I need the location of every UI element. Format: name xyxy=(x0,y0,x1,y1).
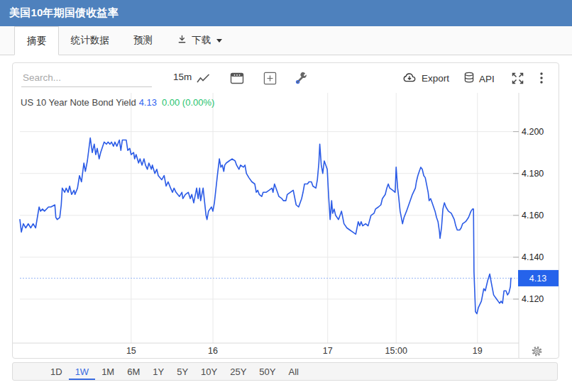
x-tick-label: 16 xyxy=(208,346,218,356)
compare-add-button[interactable] xyxy=(263,72,277,87)
y-tick-label: 4.120 xyxy=(522,294,544,304)
x-tick-label: 15:00 xyxy=(385,346,407,356)
cloud-download-icon xyxy=(402,72,417,85)
y-tick-label: 4.180 xyxy=(522,169,544,179)
kebab-menu-icon xyxy=(539,72,544,86)
x-tick-label: 19 xyxy=(473,346,483,356)
range-50y[interactable]: 50Y xyxy=(253,363,282,380)
fullscreen-button[interactable] xyxy=(511,72,524,87)
wrench-icon xyxy=(295,72,307,86)
tab-statistics[interactable]: 统计数据 xyxy=(59,26,121,55)
range-10y[interactable]: 10Y xyxy=(194,363,224,380)
current-value-badge-label: 4.13 xyxy=(529,274,546,284)
interval-selector[interactable]: 15m xyxy=(173,72,192,82)
range-1d[interactable]: 1D xyxy=(44,363,69,380)
range-1y[interactable]: 1Y xyxy=(146,363,170,380)
y-tick-label: 4.200 xyxy=(522,127,544,137)
current-value: 4.13 xyxy=(139,97,157,108)
chart-card: 4.2004.1804.1604.1404.12015161715:00194.… xyxy=(12,62,559,359)
date-range-button[interactable] xyxy=(230,72,244,86)
range-25y[interactable]: 25Y xyxy=(224,363,253,380)
expand-icon xyxy=(511,72,524,87)
line-chart-icon xyxy=(197,73,210,86)
y-tick-label: 4.140 xyxy=(522,252,544,262)
search-input[interactable] xyxy=(21,68,152,87)
gear-icon xyxy=(531,345,543,360)
search-box xyxy=(21,68,152,87)
page-title: 美国10年期国债收益率 xyxy=(9,6,119,20)
range-6m[interactable]: 6M xyxy=(121,363,146,380)
api-button[interactable]: API xyxy=(463,72,495,86)
y-tick-label: 4.160 xyxy=(522,211,544,220)
chart-legend: US 10 Year Note Bond Yield4.130.00 (0.00… xyxy=(21,97,214,108)
tab-download[interactable]: 下载 xyxy=(165,26,234,55)
range-1w[interactable]: 1W xyxy=(69,363,96,380)
x-tick-label: 17 xyxy=(323,346,333,356)
export-button[interactable]: Export xyxy=(402,72,449,85)
range-5y[interactable]: 5Y xyxy=(170,363,194,380)
more-menu-button[interactable] xyxy=(539,72,544,86)
bond-yield-page: 美国10年期国债收益率 摘要 统计数据 预测 下载 4.2004.1804.16… xyxy=(0,0,572,392)
tab-summary[interactable]: 摘要 xyxy=(14,26,59,55)
series-name: US 10 Year Note Bond Yield xyxy=(21,97,136,108)
range-1m[interactable]: 1M xyxy=(95,363,121,380)
x-tick-label: 15 xyxy=(126,346,136,356)
tab-bar: 摘要 统计数据 预测 下载 xyxy=(0,26,572,55)
download-icon xyxy=(177,34,187,47)
settings-tools-button[interactable] xyxy=(295,72,307,86)
yield-line-series xyxy=(20,138,511,314)
page-header: 美国10年期国债收益率 xyxy=(0,0,572,26)
calendar-icon xyxy=(230,72,244,86)
range-all[interactable]: All xyxy=(282,363,304,380)
chart-type-button[interactable] xyxy=(197,73,210,86)
plus-square-icon xyxy=(263,72,277,87)
chevron-down-icon xyxy=(216,39,222,43)
change-value: 0.00 (0.00%) xyxy=(162,97,214,108)
range-selector: 1D 1W 1M 6M 1Y 5Y 10Y 25Y 50Y All xyxy=(12,362,558,381)
tab-forecast[interactable]: 预测 xyxy=(121,26,165,55)
chart-settings-button[interactable] xyxy=(531,345,543,360)
database-icon xyxy=(463,72,475,86)
